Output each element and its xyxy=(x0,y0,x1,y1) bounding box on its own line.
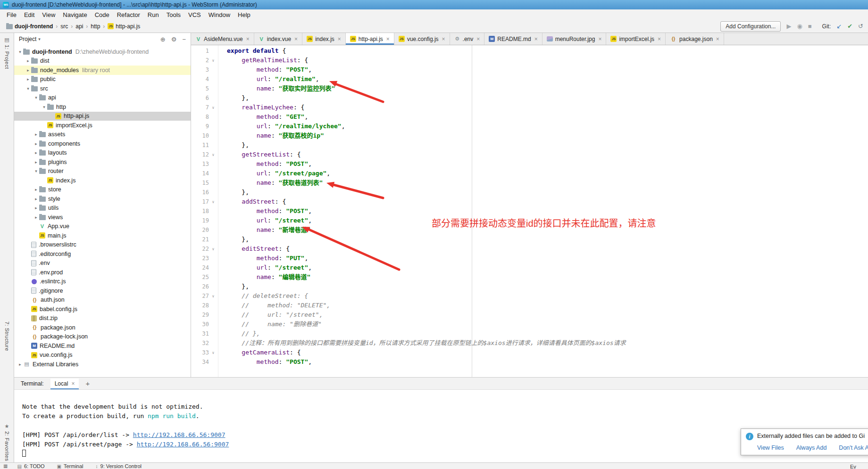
tree-item-dist[interactable]: ▸dist xyxy=(14,57,191,66)
breadcrumb-item-http-api-js[interactable]: JShttp-api.js xyxy=(106,22,142,31)
tree-item-auth-json[interactable]: {}auth.json xyxy=(14,296,191,305)
breadcrumb-item-api[interactable]: api xyxy=(74,22,84,31)
close-tab-icon[interactable]: × xyxy=(338,36,341,42)
tool-stripe-project[interactable]: ▤ 1: Project xyxy=(0,37,14,69)
run-icon[interactable]: ▶ xyxy=(786,23,791,30)
tab-menurouter-jpg[interactable]: menuRouter.jpg× xyxy=(542,33,607,45)
tree-item-babel-config-js[interactable]: JSbabel.config.js xyxy=(14,304,191,314)
close-tab-icon[interactable]: × xyxy=(294,36,298,42)
tab-env[interactable]: ⚙.env× xyxy=(450,33,485,45)
menu-view[interactable]: View xyxy=(38,11,59,18)
close-tab-icon[interactable]: × xyxy=(598,36,601,42)
tab-readme-md[interactable]: MREADME.md× xyxy=(484,33,542,45)
fold-icon[interactable]: ∨ xyxy=(209,247,217,251)
history-icon[interactable]: ↺ xyxy=(858,23,863,30)
chevron-down-icon[interactable]: ▾ xyxy=(38,37,41,41)
tree-item-utils[interactable]: ▸utils xyxy=(14,204,191,213)
tree-item-browserslistrc[interactable]: .browserslistrc xyxy=(14,240,191,250)
fold-icon[interactable]: ∨ xyxy=(209,106,217,110)
tool-window-switcher-icon[interactable]: ▦ xyxy=(3,463,8,469)
hide-icon[interactable]: − xyxy=(182,36,186,43)
fold-icon[interactable]: ∨ xyxy=(209,351,217,355)
status-9-version-control[interactable]: ↕9: Version Control xyxy=(96,463,142,469)
tab-importexcel-js[interactable]: JSimportExcel.js× xyxy=(606,33,666,45)
tab-index-vue[interactable]: Vindex.vue× xyxy=(254,33,302,45)
tree-item-http[interactable]: ▾http xyxy=(14,102,191,112)
tree-item-layouts[interactable]: ▸layouts xyxy=(14,148,191,158)
menu-edit[interactable]: Edit xyxy=(20,11,38,18)
status-6-todo[interactable]: ▤6: TODO xyxy=(17,463,44,469)
tree-item-readme-md[interactable]: MREADME.md xyxy=(14,341,191,351)
debug-icon[interactable]: ◉ xyxy=(797,23,802,30)
update-project-icon[interactable]: ↙ xyxy=(836,23,842,30)
tree-item-vue-config-js[interactable]: JSvue.config.js xyxy=(14,351,191,360)
tree-item-style[interactable]: ▸style xyxy=(14,194,191,204)
tree-item-external-libraries[interactable]: ▸▤External Libraries xyxy=(14,360,191,369)
tree-item-views[interactable]: ▸views xyxy=(14,213,191,222)
tree-item-http-api-js[interactable]: JShttp-api.js xyxy=(14,112,191,121)
tab-package-json[interactable]: {}package.json× xyxy=(666,33,724,45)
tool-stripe-favorites[interactable]: ★ 2: Favorites xyxy=(0,423,14,461)
close-tab-icon[interactable]: × xyxy=(386,36,390,42)
menu-vcs[interactable]: VCS xyxy=(184,11,205,18)
event-log-label[interactable]: Ev xyxy=(850,464,856,469)
fold-icon[interactable]: ∨ xyxy=(209,58,217,63)
menu-refactor[interactable]: Refactor xyxy=(113,11,144,18)
tree-item-assets[interactable]: ▸assets xyxy=(14,130,191,140)
notification-link-always-add[interactable]: Always Add xyxy=(796,444,827,451)
tree-item-eslintrc-js[interactable]: .eslintrc.js xyxy=(14,277,191,287)
tree-item-app-vue[interactable]: VApp.vue xyxy=(14,222,191,231)
menu-file[interactable]: File xyxy=(3,11,20,18)
close-tab-icon[interactable]: × xyxy=(442,36,445,42)
tree-item-api[interactable]: ▾api xyxy=(14,93,191,103)
fold-icon[interactable]: ∨ xyxy=(209,294,217,298)
tree-item-public[interactable]: ▸public xyxy=(14,75,191,84)
status-terminal[interactable]: ▣Terminal xyxy=(57,463,83,469)
menu-navigate[interactable]: Navigate xyxy=(59,11,91,18)
new-terminal-icon[interactable]: + xyxy=(85,379,90,387)
close-icon[interactable]: × xyxy=(71,380,75,387)
tree-item-components[interactable]: ▸components xyxy=(14,139,191,148)
tree-item-main-js[interactable]: JSmain.js xyxy=(14,231,191,240)
stop-icon[interactable]: ■ xyxy=(808,23,812,30)
tree-item-package-lock-json[interactable]: {}package-lock.json xyxy=(14,332,191,342)
menu-help[interactable]: Help xyxy=(234,11,254,18)
fold-icon[interactable]: ∨ xyxy=(209,200,217,204)
fold-icon[interactable]: ∨ xyxy=(209,153,217,157)
tab-index-js[interactable]: JSindex.js× xyxy=(302,33,346,45)
notification-link-don-t-ask-agai[interactable]: Don't Ask Agai xyxy=(839,444,868,451)
menu-tools[interactable]: Tools xyxy=(163,11,184,18)
add-configuration-button[interactable]: Add Configuration... xyxy=(720,21,781,32)
notification-link-view-files[interactable]: View Files xyxy=(757,444,784,451)
tree-item-dist-zip[interactable]: dist.zip xyxy=(14,314,191,323)
close-tab-icon[interactable]: × xyxy=(246,36,250,42)
terminal-link[interactable]: http://192.168.66.56:9007 xyxy=(137,441,229,448)
close-tab-icon[interactable]: × xyxy=(658,36,661,42)
close-tab-icon[interactable]: × xyxy=(716,36,719,42)
commit-icon[interactable]: ✔ xyxy=(847,23,852,30)
terminal-tab-local[interactable]: Local × xyxy=(50,378,79,389)
breadcrumb-item-src[interactable]: src xyxy=(59,22,69,31)
tab-http-api-js[interactable]: JShttp-api.js× xyxy=(346,33,394,45)
tab-vue-config-js[interactable]: JSvue.config.js× xyxy=(394,33,450,45)
tree-item-node-modules[interactable]: ▸node_moduleslibrary root xyxy=(14,66,191,75)
tab-asidemenu-vue[interactable]: VAsideMenu.vue× xyxy=(191,33,254,45)
tree-item-importexcel-js[interactable]: JSimportExcel.js xyxy=(14,121,191,130)
breadcrumb-item-duoji-frontend[interactable]: duoji-frontend xyxy=(5,22,54,31)
tree-item-package-json[interactable]: {}package.json xyxy=(14,323,191,332)
project-panel-title[interactable]: Project xyxy=(19,36,36,42)
terminal-output[interactable]: Note that the development build is not o… xyxy=(14,390,868,462)
tree-item-env-prod[interactable]: .env.prod xyxy=(14,268,191,277)
tree-item-index-js[interactable]: JSindex.js xyxy=(14,176,191,185)
close-tab-icon[interactable]: × xyxy=(534,36,538,42)
menu-code[interactable]: Code xyxy=(91,11,113,18)
tree-item-store[interactable]: ▸store xyxy=(14,185,191,195)
breadcrumb-item-http[interactable]: http xyxy=(89,22,101,31)
tree-item-router[interactable]: ▾router xyxy=(14,167,191,176)
tree-item-duoji-frontend[interactable]: ▾duoji-frontendD:\zheheWeb\duoji-fronten… xyxy=(14,47,191,57)
menu-run[interactable]: Run xyxy=(144,11,163,18)
tree-item-gitignore[interactable]: .gitignore xyxy=(14,286,191,296)
terminal-link[interactable]: http://192.168.66.56:9007 xyxy=(133,431,225,438)
menu-window[interactable]: Window xyxy=(205,11,234,18)
close-tab-icon[interactable]: × xyxy=(476,36,480,42)
